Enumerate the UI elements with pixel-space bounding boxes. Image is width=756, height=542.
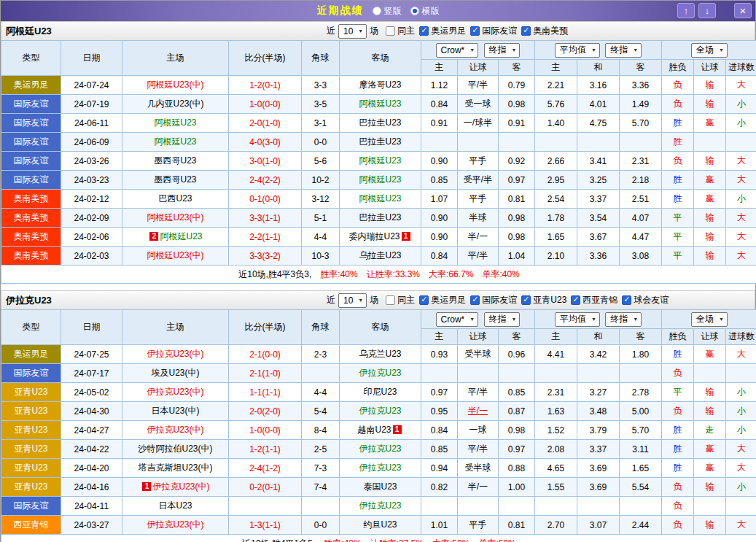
recent-results-window: 近期战绩 竖版横版 ↑ ↓ × 阿根廷U23 近 10▼ 场 同主奥运男足国际友… [0,0,756,542]
handicap-odds-away-cell: 0.98 [499,421,535,440]
handicap-time-select[interactable]: 终指▼ [484,43,521,58]
checkbox-checked-icon[interactable] [470,295,480,305]
bookmaker-select[interactable]: Crow*▼ [436,312,479,327]
filter-label: 奥南美预 [533,25,568,37]
average-select-value: 平均值 [560,313,586,325]
checkbox-checked-icon[interactable] [419,295,429,305]
matches-tbody: 奥运男足24-07-24阿根廷U23(中)1-2(0-1)3-3摩洛哥U231.… [1,76,756,266]
avg-home-odds-cell: 2.54 [535,190,577,209]
score-cell: 4-0(3-0) [229,133,302,152]
away-team-cell: 乌拉圭U23 [340,247,421,266]
scope-select[interactable]: 全场▼ [691,312,728,327]
col-result-line: 让球 [694,329,726,345]
league-type-cell: 西亚青锦 [1,516,61,535]
match-count-select[interactable]: 10▼ [338,24,367,39]
handicap-time-select[interactable]: 终指▼ [484,312,521,327]
result-group: 全场▼ [662,310,756,329]
score-cell: 1-2(0-1) [229,76,302,95]
avg-away-odds-cell: 4.07 [620,209,662,228]
red-card-badge: 1 [393,425,402,434]
checkbox-checked-icon[interactable] [470,26,480,36]
average-select[interactable]: 平均值▼ [555,312,600,327]
avg-draw-odds-cell: 3.37 [577,190,620,209]
handicap-odds-away-cell: 0.98 [499,95,535,114]
avg-away-odds-cell: 5.70 [620,421,662,440]
checkbox-checked-icon[interactable] [419,26,429,36]
filter-checkbox-item[interactable]: 西亚青锦 [571,294,617,306]
team-text: 乌拉圭U23 [359,250,401,260]
league-type-cell: 国际友谊 [1,171,61,190]
filter-checkbox-item[interactable]: 国际友谊 [470,25,517,37]
corner-cell: 8-4 [302,421,340,440]
average-time-select[interactable]: 终指▼ [605,312,642,327]
avg-away-odds-cell [620,133,662,152]
avg-away-odds-cell: 2.18 [620,171,662,190]
checkbox-checked-icon[interactable] [521,26,531,36]
close-button[interactable]: × [734,3,752,18]
avg-home-odds-cell: 1.40 [535,114,577,133]
result-goals-cell: 大 [726,209,756,228]
filter-checkbox-item[interactable]: 奥运男足 [419,294,466,306]
corner-cell: 3-3 [302,76,340,95]
handicap-odds-home-cell: 0.91 [421,114,458,133]
average-select[interactable]: 平均值▼ [555,43,600,58]
titlebar-center: 近期战绩 竖版横版 [317,4,440,18]
filter-checkbox-item[interactable]: 奥运男足 [419,25,466,37]
corner-cell: 3-12 [302,190,340,209]
checkbox-unchecked-icon[interactable] [386,295,395,305]
result-goals-cell: 小 [726,95,756,114]
team-text: 阿根廷U23 [160,231,202,241]
move-up-button[interactable]: ↑ [677,3,695,18]
avg-draw-odds-cell: 3.79 [577,421,620,440]
date-cell: 24-07-24 [61,76,122,95]
corner-cell [302,497,340,516]
col-odds-home: 主 [421,329,458,345]
move-down-button[interactable]: ↓ [698,3,716,18]
summary-stats: 胜率:40%让胜率:33.3%大率:66.7%单率:40% [311,269,519,279]
league-type-cell: 国际友谊 [1,364,61,383]
result-line-cell: 输 [694,402,726,421]
away-team-cell: 巴拉圭U23 [340,114,421,133]
chevron-down-icon: ▼ [512,47,517,53]
corner-cell: 10-3 [302,247,340,266]
chevron-down-icon: ▼ [719,317,724,322]
col-result-wdl: 胜负 [662,60,694,76]
handicap-odds-home-cell: 0.84 [421,95,458,114]
checkbox-checked-icon[interactable] [571,295,580,305]
layout-radio-selected[interactable]: 横版 [410,5,440,18]
match-count-select[interactable]: 10▼ [338,293,367,308]
result-wdl-cell: 胜 [662,133,694,152]
col-corner: 角球 [302,41,340,76]
result-wdl-cell: 负 [662,95,694,114]
handicap-odds-away-cell: 0.92 [499,152,535,171]
filter-checkbox-item[interactable]: 国际友谊 [470,294,517,306]
layout-radio-option[interactable]: 竖版 [373,5,402,18]
filter-label: 国际友谊 [482,294,517,306]
away-team-cell: 约旦U23 [340,516,421,535]
checkbox-checked-icon[interactable] [622,295,631,305]
team-text: 泰国U23 [363,481,397,492]
filter-checkbox-item[interactable]: 球会友谊 [622,294,669,306]
bookmaker-select[interactable]: Crow*▼ [436,43,479,58]
avg-draw-odds-cell: 3.07 [577,516,620,535]
average-time-value: 终指 [610,44,628,56]
match-row: 西亚青锦24-03-27伊拉克U23(中)1-3(1-1)0-0约旦U231.0… [1,516,756,535]
team-text: 墨西哥U23 [154,155,196,166]
league-type-cell: 国际友谊 [1,497,61,516]
filter-checkbox-item[interactable]: 亚青U23 [521,294,566,306]
filter-checkbox-item[interactable]: 同主 [386,294,415,306]
handicap-odds-home-cell: 0.97 [421,383,458,402]
home-team-cell: 墨西哥U23 [122,171,229,190]
result-wdl-cell: 平 [662,228,694,247]
result-wdl-cell: 负 [662,478,694,497]
filter-checkbox-item[interactable]: 同主 [386,25,415,37]
average-time-select[interactable]: 终指▼ [605,43,642,58]
checkbox-checked-icon[interactable] [521,295,531,305]
result-wdl-cell: 胜 [662,345,694,364]
score-cell: 3-3(1-1) [229,209,302,228]
scope-select[interactable]: 全场▼ [691,43,728,58]
checkbox-unchecked-icon[interactable] [386,26,395,36]
handicap-line-cell [458,497,499,516]
filter-checkbox-item[interactable]: 奥南美预 [521,25,568,37]
home-team-cell: 1伊拉克U23(中) [122,478,229,497]
